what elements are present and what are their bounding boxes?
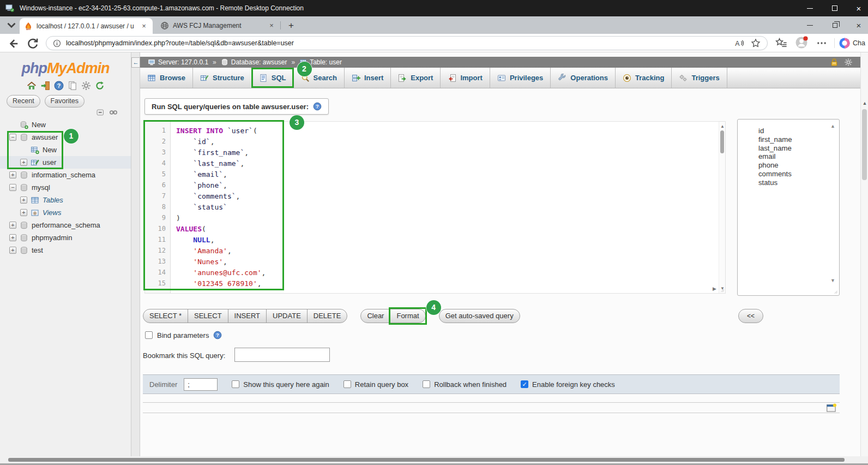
breadcrumb-text[interactable]: Server: 127.0.0.1 xyxy=(158,58,208,66)
tab-sql[interactable]: SQL2 xyxy=(252,68,294,88)
lock-icon[interactable] xyxy=(830,58,839,67)
plus-expander-icon[interactable]: + xyxy=(9,171,16,178)
collapse-all-icon[interactable] xyxy=(96,108,105,117)
plus-expander-icon[interactable]: + xyxy=(20,209,27,216)
tab-close-icon[interactable]: × xyxy=(267,21,276,30)
more-menu-icon[interactable] xyxy=(816,37,828,49)
help-icon[interactable]: ? xyxy=(54,81,64,91)
sidebar-item-information_schema[interactable]: +information_schema xyxy=(0,169,131,181)
link-icon[interactable] xyxy=(109,108,118,117)
sidebar-item-user[interactable]: +user xyxy=(0,156,131,169)
tab-structure[interactable]: Structure xyxy=(193,68,252,88)
column-option-status[interactable]: status xyxy=(758,178,839,187)
tab-triggers[interactable]: Triggers xyxy=(672,68,727,88)
scroll-up-icon[interactable]: ▲ xyxy=(830,123,835,129)
help-icon[interactable]: ? xyxy=(213,331,222,339)
scrollbar-thumb[interactable] xyxy=(862,109,867,180)
browser-tab-phpmyadmin[interactable]: PMA localhost / 127.0.0.1 / awsuser / u … xyxy=(20,18,153,34)
sidebar-item-mysql[interactable]: −mysql xyxy=(0,181,131,194)
browser-restore-button[interactable] xyxy=(825,17,844,33)
template-button-insert[interactable]: INSERT xyxy=(228,309,267,323)
show-this-query-here-again-checkbox[interactable] xyxy=(232,380,239,388)
resize-handle-icon[interactable] xyxy=(833,289,838,294)
breadcrumb-text[interactable]: Database: awsuser xyxy=(231,58,287,66)
sidebar-item-new[interactable]: New xyxy=(0,144,131,156)
sql-editor[interactable]: 123456789101112131415 INSERT INTO `user`… xyxy=(144,121,726,294)
tab-search[interactable]: Search xyxy=(294,68,345,88)
tab-insert[interactable]: Insert xyxy=(345,68,391,88)
enable-foreign-key-checks-checkbox[interactable]: ✓ xyxy=(521,380,528,388)
bookmark-input[interactable] xyxy=(234,348,330,362)
scroll-right-icon[interactable]: ▶ xyxy=(713,286,716,291)
scroll-up-icon[interactable]: ▲ xyxy=(861,100,868,106)
sidebar-item-performance_schema[interactable]: +performance_schema xyxy=(0,219,131,231)
sidebar-item-new[interactable]: New xyxy=(0,118,131,131)
pma-logo[interactable]: phpMyAdmin xyxy=(0,60,131,77)
sidebar-item-awsuser[interactable]: −awsuser xyxy=(0,131,131,144)
tab-tracking[interactable]: Tracking xyxy=(616,68,672,88)
editor-code[interactable]: INSERT INTO `user`( `id`, `first_name`, … xyxy=(171,122,713,293)
clear-button[interactable]: Clear xyxy=(360,309,390,323)
copilot-icon[interactable] xyxy=(839,37,851,49)
settings-gray-icon[interactable] xyxy=(844,58,853,67)
minus-expander-icon[interactable]: − xyxy=(9,184,16,191)
minus-expander-icon[interactable]: − xyxy=(9,134,16,141)
column-option-email[interactable]: email xyxy=(758,152,839,161)
sidebar-item-phpmyadmin[interactable]: +phpmyadmin xyxy=(0,231,131,244)
column-option-comments[interactable]: comments xyxy=(758,170,839,178)
favorites-bar-icon[interactable] xyxy=(775,37,787,49)
format-button[interactable]: Format4 xyxy=(390,309,425,323)
favorite-star-icon[interactable] xyxy=(751,38,761,48)
plus-expander-icon[interactable]: + xyxy=(9,222,16,229)
plus-expander-icon[interactable]: + xyxy=(20,196,27,204)
tab-browse[interactable]: Browse xyxy=(140,68,193,88)
columns-listbox[interactable]: idfirst_namelast_nameemailphonecommentss… xyxy=(737,119,840,296)
column-option-phone[interactable]: phone xyxy=(758,161,839,170)
page-horizontal-scrollbar[interactable] xyxy=(0,456,868,463)
docs-icon[interactable] xyxy=(68,81,77,91)
tab-operations[interactable]: Operations xyxy=(551,68,616,88)
plus-expander-icon[interactable]: + xyxy=(9,234,16,241)
delimiter-input[interactable] xyxy=(184,378,218,391)
address-bar[interactable]: localhost/phpmyadmin/index.php?route=/ta… xyxy=(46,36,768,50)
page-vertical-scrollbar[interactable]: ▲ xyxy=(860,52,868,456)
help-icon[interactable]: ? xyxy=(313,102,322,111)
site-info-icon[interactable] xyxy=(53,39,61,47)
scrollbar-thumb[interactable] xyxy=(8,458,845,462)
tab-import[interactable]: Import xyxy=(441,68,490,88)
rdp-maximize-button[interactable] xyxy=(825,0,844,16)
resize-handle-icon[interactable] xyxy=(719,287,725,293)
sidebar-collapse-arrow[interactable]: ← xyxy=(131,57,140,68)
browser-minimize-button[interactable] xyxy=(800,17,819,33)
bind-parameters-checkbox[interactable] xyxy=(145,331,153,339)
profile-avatar[interactable] xyxy=(795,36,808,49)
sidebar-item-test[interactable]: +test xyxy=(0,244,131,257)
copilot-label[interactable]: Cha xyxy=(853,39,865,47)
plus-expander-icon[interactable]: + xyxy=(20,159,27,166)
browser-tab-aws-fcj[interactable]: AWS FCJ Management × xyxy=(156,19,280,32)
sidebar-divider[interactable] xyxy=(131,52,140,456)
collapse-columns-button[interactable]: << xyxy=(738,309,763,323)
column-option-id[interactable]: id xyxy=(758,127,839,135)
open-new-window-icon[interactable] xyxy=(825,403,837,413)
exit-icon[interactable] xyxy=(40,81,50,91)
breadcrumb-text[interactable]: Table: user xyxy=(310,58,342,66)
column-option-last_name[interactable]: last_name xyxy=(758,144,839,153)
tab-actions-menu-button[interactable] xyxy=(4,19,19,31)
tab-export[interactable]: Export xyxy=(391,68,441,88)
tab-close-icon[interactable]: × xyxy=(140,22,148,31)
template-button-select[interactable]: SELECT * xyxy=(143,309,188,323)
rdp-close-button[interactable]: × xyxy=(849,0,868,16)
scroll-down-icon[interactable]: ▼ xyxy=(830,278,835,283)
get-autosaved-query-button[interactable]: Get auto-saved query xyxy=(439,309,520,323)
editor-vertical-scrollbar[interactable]: ▲ ▼ xyxy=(719,122,725,293)
sidebar-recent-button[interactable]: Recent xyxy=(7,95,40,108)
refresh-button[interactable] xyxy=(26,37,39,50)
settings-icon[interactable] xyxy=(81,81,91,91)
browser-close-button[interactable]: × xyxy=(849,17,868,33)
template-button-delete[interactable]: DELETE xyxy=(307,309,348,323)
sidebar-favorites-button[interactable]: Favorites xyxy=(45,95,85,108)
new-tab-button[interactable]: + xyxy=(285,19,298,32)
template-button-select[interactable]: SELECT xyxy=(188,309,228,323)
sidebar-item-views[interactable]: +Views xyxy=(0,206,131,219)
